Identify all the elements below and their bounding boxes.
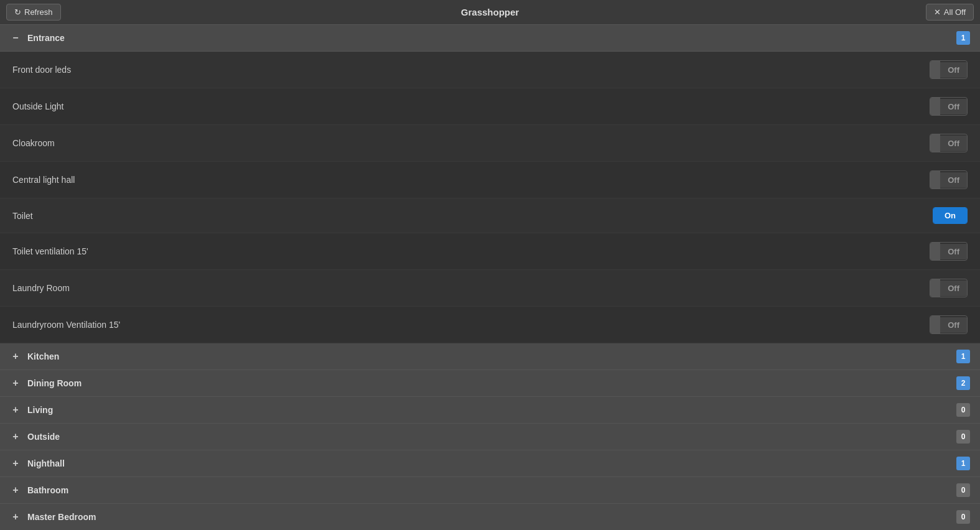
toggle-toilet[interactable]: On — [933, 207, 968, 224]
toggle-container-front-door-leds: Off — [930, 60, 968, 79]
toggle-container-toilet: On — [933, 207, 968, 224]
device-row-laundryroom-ventilation: Laundryroom Ventilation 15' Off — [0, 307, 980, 343]
header-left: ↻ Refresh — [6, 4, 61, 21]
toggle-cloakroom[interactable]: Off — [930, 134, 968, 152]
device-name-front-door-leds: Front door leds — [12, 65, 71, 75]
toggle-container-toilet-ventilation: Off — [930, 242, 968, 261]
toggle-toilet-ventilation[interactable]: Off — [930, 242, 968, 261]
section-left-outside: + Outside — [10, 431, 60, 442]
entrance-devices: Front door leds Off Outside Light Off Cl… — [0, 52, 980, 343]
section-header-kitchen[interactable]: + Kitchen 1 — [0, 343, 980, 370]
section-title-outside: Outside — [27, 432, 60, 442]
toggle-container-laundryroom-ventilation: Off — [930, 315, 968, 334]
section-header-nighthall[interactable]: + Nighthall 1 — [0, 450, 980, 477]
toggle-on-label-toilet: On — [933, 208, 967, 223]
section-title-bathroom: Bathroom — [27, 485, 68, 495]
app-header: ↻ Refresh Grasshopper ✕ All Off — [0, 0, 980, 25]
alloff-label: All Off — [944, 7, 966, 17]
section-left-dining-room: + Dining Room — [10, 378, 82, 389]
toggle-indicator-outside-light — [930, 98, 940, 115]
device-row-central-light-hall: Central light hall Off — [0, 162, 980, 198]
all-off-button[interactable]: ✕ All Off — [926, 4, 974, 21]
toggle-indicator-cloakroom — [930, 134, 940, 152]
expand-icon-outside: + — [10, 431, 21, 442]
section-header-living[interactable]: + Living 0 — [0, 397, 980, 424]
section-left-entrance: − Entrance — [10, 32, 65, 44]
section-header-entrance[interactable]: − Entrance 1 — [0, 25, 980, 52]
toggle-container-central-light-hall: Off — [930, 170, 968, 189]
section-header-master-bedroom[interactable]: + Master Bedroom 0 — [0, 504, 980, 530]
expand-icon-kitchen: + — [10, 351, 21, 362]
expand-icon-master-bedroom: + — [10, 511, 21, 523]
section-left-nighthall: + Nighthall — [10, 458, 65, 469]
expand-icon-nighthall: + — [10, 458, 21, 469]
section-title-master-bedroom: Master Bedroom — [27, 512, 96, 522]
device-row-toilet: Toilet On — [0, 198, 980, 233]
expand-icon-dining-room: + — [10, 378, 21, 389]
device-row-front-door-leds: Front door leds Off — [0, 52, 980, 88]
section-left-kitchen: + Kitchen — [10, 351, 59, 362]
section-badge-master-bedroom: 0 — [956, 510, 970, 524]
section-title-living: Living — [27, 405, 53, 415]
section-badge-nighthall: 1 — [956, 457, 970, 470]
toggle-off-label-front-door-leds: Off — [940, 62, 967, 78]
device-row-cloakroom: Cloakroom Off — [0, 125, 980, 162]
toggle-outside-light[interactable]: Off — [930, 97, 968, 116]
expand-icon-bathroom: + — [10, 485, 21, 496]
section-badge-kitchen: 1 — [956, 350, 970, 363]
section-badge-living: 0 — [956, 403, 970, 417]
section-title-dining-room: Dining Room — [27, 378, 82, 388]
device-name-cloakroom: Cloakroom — [12, 138, 55, 148]
device-name-laundry-room: Laundry Room — [12, 283, 70, 293]
toggle-central-light-hall[interactable]: Off — [930, 170, 968, 189]
toggle-indicator-central-light-hall — [930, 171, 940, 188]
toggle-container-cloakroom: Off — [930, 134, 968, 152]
toggle-off-label-outside-light: Off — [940, 99, 967, 114]
section-left-bathroom: + Bathroom — [10, 485, 68, 496]
section-badge-outside: 0 — [956, 430, 970, 444]
toggle-off-label-toilet-ventilation: Off — [940, 244, 967, 259]
toggle-indicator-front-door-leds — [930, 61, 940, 78]
toggle-off-label-laundry-room: Off — [940, 281, 967, 296]
section-title-kitchen: Kitchen — [27, 351, 59, 361]
toggle-off-label-laundryroom-ventilation: Off — [940, 317, 967, 333]
collapse-icon-entrance: − — [10, 32, 21, 44]
section-badge-entrance: 1 — [956, 31, 970, 45]
toggle-indicator-laundry-room — [930, 279, 940, 297]
device-name-toilet: Toilet — [12, 211, 33, 221]
section-left-living: + Living — [10, 404, 53, 416]
section-left-master-bedroom: + Master Bedroom — [10, 511, 96, 523]
section-badge-bathroom: 0 — [956, 483, 970, 497]
header-right: ✕ All Off — [926, 4, 974, 21]
main-content: − Entrance 1 Front door leds Off Outside… — [0, 25, 980, 530]
toggle-laundry-room[interactable]: Off — [930, 279, 968, 297]
device-name-toilet-ventilation: Toilet ventilation 15' — [12, 246, 88, 256]
refresh-button[interactable]: ↻ Refresh — [6, 4, 61, 21]
toggle-front-door-leds[interactable]: Off — [930, 60, 968, 79]
refresh-icon: ↻ — [14, 7, 21, 17]
toggle-container-outside-light: Off — [930, 97, 968, 116]
device-name-central-light-hall: Central light hall — [12, 175, 75, 185]
expand-icon-living: + — [10, 404, 21, 416]
alloff-icon: ✕ — [934, 7, 941, 17]
section-header-bathroom[interactable]: + Bathroom 0 — [0, 477, 980, 504]
toggle-laundryroom-ventilation[interactable]: Off — [930, 315, 968, 334]
section-title-entrance: Entrance — [27, 33, 65, 43]
device-row-outside-light: Outside Light Off — [0, 88, 980, 125]
device-row-laundry-room: Laundry Room Off — [0, 270, 980, 307]
page-title: Grasshopper — [461, 7, 519, 17]
section-header-dining-room[interactable]: + Dining Room 2 — [0, 370, 980, 397]
device-name-outside-light: Outside Light — [12, 101, 64, 111]
section-badge-dining-room: 2 — [956, 376, 970, 390]
section-title-nighthall: Nighthall — [27, 458, 65, 468]
refresh-label: Refresh — [24, 7, 53, 17]
toggle-indicator-laundryroom-ventilation — [930, 316, 940, 333]
toggle-container-laundry-room: Off — [930, 279, 968, 297]
device-row-toilet-ventilation: Toilet ventilation 15' Off — [0, 233, 980, 270]
toggle-off-label-cloakroom: Off — [940, 136, 967, 151]
section-header-outside[interactable]: + Outside 0 — [0, 424, 980, 450]
toggle-indicator-toilet-ventilation — [930, 243, 940, 260]
device-name-laundryroom-ventilation: Laundryroom Ventilation 15' — [12, 320, 120, 330]
toggle-off-label-central-light-hall: Off — [940, 172, 967, 188]
